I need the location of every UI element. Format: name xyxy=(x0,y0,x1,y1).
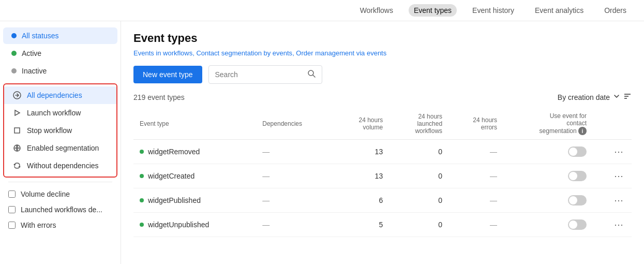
volume-decline-checkbox[interactable] xyxy=(8,190,16,198)
page-title: Event types xyxy=(133,32,632,45)
count-bar: 219 event types By creation date xyxy=(133,92,632,102)
checkbox-with-errors[interactable]: With errors xyxy=(0,217,121,233)
col-24h-errors: 24 hourserrors xyxy=(448,108,503,140)
more-actions-button[interactable]: ⋯ xyxy=(612,169,625,183)
with-errors-checkbox[interactable] xyxy=(8,222,16,229)
without-dependencies-icon xyxy=(12,161,22,170)
cell-dependencies: — xyxy=(256,164,334,188)
sidebar-item-enabled-segmentation[interactable]: Enabled segmentation xyxy=(4,139,116,157)
cell-volume: 5 xyxy=(334,213,389,237)
more-actions-button[interactable]: ⋯ xyxy=(612,218,625,231)
nav-workflows[interactable]: Workflows xyxy=(355,4,398,17)
segmentation-toggle[interactable] xyxy=(568,171,587,181)
status-filters: All statuses Active Inactive xyxy=(0,27,121,79)
breadcrumb-order-management[interactable]: Order management via events xyxy=(296,49,386,57)
cell-errors: — xyxy=(448,213,503,237)
cell-launched: 0 xyxy=(389,188,448,213)
cell-dependencies: — xyxy=(256,140,334,164)
segmentation-toggle[interactable] xyxy=(568,146,587,157)
toggle-slider xyxy=(568,146,587,157)
cell-segmentation-toggle xyxy=(503,188,593,213)
sidebar-item-stop-workflow[interactable]: Stop workflow xyxy=(4,122,116,139)
sidebar-item-active[interactable]: Active xyxy=(3,45,117,62)
sidebar-item-without-dependencies[interactable]: Without dependencies xyxy=(4,157,116,174)
search-input[interactable] xyxy=(215,70,303,79)
breadcrumbs: Events in workflows, Contact segmentatio… xyxy=(133,49,632,57)
breadcrumb-contact-segmentation[interactable]: Contact segmentation by events xyxy=(196,49,292,57)
search-icon xyxy=(307,69,316,80)
cell-event-name: widgetPublished xyxy=(133,188,256,213)
cell-errors: — xyxy=(448,140,503,164)
dot-green-icon xyxy=(11,51,17,56)
sidebar-item-all-dependencies[interactable]: All dependencies xyxy=(4,86,116,104)
all-dependencies-label: All dependencies xyxy=(27,91,82,99)
cell-event-name: widgetCreated xyxy=(133,164,256,188)
cell-more-actions: ⋯ xyxy=(593,140,632,164)
cell-more-actions: ⋯ xyxy=(593,164,632,188)
main-layout: All statuses Active Inactive All d xyxy=(0,21,644,264)
cell-volume: 6 xyxy=(334,188,389,213)
breadcrumb-events-in-workflows[interactable]: Events in workflows xyxy=(133,49,192,57)
dependency-group: All dependencies Launch workflow Stop wo… xyxy=(3,83,117,178)
segmentation-info-icon[interactable]: i xyxy=(578,127,587,135)
cell-volume: 13 xyxy=(334,140,389,164)
segmentation-toggle[interactable] xyxy=(568,195,587,206)
table-row: widgetCreated — 13 0 — ⋯ xyxy=(133,164,632,188)
nav-event-types[interactable]: Event types xyxy=(409,4,457,17)
table-row: widgetPublished — 6 0 — ⋯ xyxy=(133,188,632,213)
nav-event-analytics[interactable]: Event analytics xyxy=(530,4,589,17)
sidebar-item-all-statuses[interactable]: All statuses xyxy=(3,27,117,44)
sort-control[interactable]: By creation date xyxy=(558,92,632,102)
event-active-dot xyxy=(140,223,144,227)
cell-segmentation-toggle xyxy=(503,140,593,164)
sort-chevron-down-icon xyxy=(613,93,620,101)
launch-workflow-icon xyxy=(12,108,22,118)
cell-volume: 13 xyxy=(334,164,389,188)
inactive-label: Inactive xyxy=(22,67,47,75)
all-dependencies-icon xyxy=(12,91,22,100)
launched-workflows-checkbox[interactable] xyxy=(8,206,16,213)
cell-launched: 0 xyxy=(389,164,448,188)
volume-decline-label: Volume decline xyxy=(21,190,70,198)
table-row: widgetUnpublished — 5 0 — ⋯ xyxy=(133,213,632,237)
active-label: Active xyxy=(22,49,41,57)
event-name-text: widgetUnpublished xyxy=(148,221,209,229)
more-actions-button[interactable]: ⋯ xyxy=(612,145,625,158)
col-event-type: Event type xyxy=(133,108,256,140)
without-dependencies-label: Without dependencies xyxy=(27,162,99,170)
nav-event-history[interactable]: Event history xyxy=(467,4,519,17)
nav-orders[interactable]: Orders xyxy=(599,4,632,17)
launch-workflow-label: Launch workflow xyxy=(27,109,81,117)
cell-dependencies: — xyxy=(256,188,334,213)
cell-dependencies: — xyxy=(256,213,334,237)
cell-launched: 0 xyxy=(389,140,448,164)
checkbox-volume-decline[interactable]: Volume decline xyxy=(0,186,121,202)
sidebar-item-launch-workflow[interactable]: Launch workflow xyxy=(4,104,116,122)
cell-launched: 0 xyxy=(389,213,448,237)
enabled-segmentation-icon xyxy=(12,143,22,153)
event-types-table: Event type Dependencies 24 hoursvolume 2… xyxy=(133,108,632,237)
toggle-slider xyxy=(568,195,587,206)
cell-errors: — xyxy=(448,164,503,188)
table-row: widgetRemoved — 13 0 — ⋯ xyxy=(133,140,632,164)
segmentation-toggle[interactable] xyxy=(568,219,587,230)
col-24h-launched: 24 hourslaunchedworkflows xyxy=(389,108,448,140)
cell-errors: — xyxy=(448,188,503,213)
sidebar-item-inactive[interactable]: Inactive xyxy=(3,63,117,79)
svg-marker-1 xyxy=(15,110,20,115)
sidebar-divider xyxy=(8,182,112,182)
table-body: widgetRemoved — 13 0 — ⋯ xyxy=(133,140,632,237)
toggle-slider xyxy=(568,171,587,181)
cell-segmentation-toggle xyxy=(503,164,593,188)
sort-lines-icon xyxy=(623,92,632,102)
more-actions-button[interactable]: ⋯ xyxy=(612,194,625,207)
svg-line-6 xyxy=(313,75,315,77)
event-name-text: widgetCreated xyxy=(148,172,194,180)
event-name-text: widgetPublished xyxy=(148,196,201,204)
cell-event-name: widgetRemoved xyxy=(133,140,256,164)
new-event-type-button[interactable]: New event type xyxy=(133,66,202,83)
cell-segmentation-toggle xyxy=(503,213,593,237)
checkbox-filters: Volume decline Launched workflows de... … xyxy=(0,186,121,233)
top-navigation: Workflows Event types Event history Even… xyxy=(0,0,644,21)
checkbox-launched-workflows[interactable]: Launched workflows de... xyxy=(0,202,121,217)
